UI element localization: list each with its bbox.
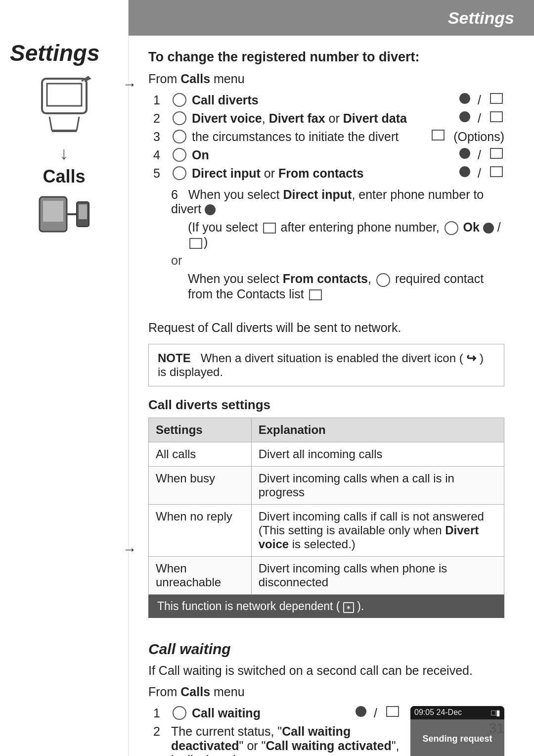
call-waiting-heading: Call waiting [148, 641, 504, 658]
note-label: NOTE [158, 351, 191, 365]
nav-icon-5 [173, 166, 186, 180]
phone-time: 09:05 24-Dec [414, 708, 462, 717]
nav-icon-6c [376, 273, 390, 287]
setting-when-unreachable: When unreachable [149, 556, 252, 594]
section-heading: To change the registered number to diver… [148, 49, 504, 65]
cw-select-1 [356, 706, 366, 717]
sidebar-calls-title: Calls [43, 166, 85, 187]
col-explanation: Explanation [251, 418, 504, 442]
menu-icon-1 [490, 93, 503, 104]
sidebar: Settings ↓ Calls [0, 0, 129, 756]
explanation-all-calls: Divert all incoming calls [251, 442, 504, 466]
svg-rect-4 [52, 130, 77, 132]
options-icon-3 [432, 130, 445, 141]
cw-step-1: 1 Call waiting / [153, 706, 400, 720]
step-6-indent: (If you select after entering phone numb… [188, 220, 504, 249]
table-row: All calls Divert all incoming calls [149, 442, 504, 466]
col-settings: Settings [149, 418, 252, 442]
nav-icon-6 [445, 221, 458, 235]
explanation-when-busy: Divert incoming calls when a call is in … [251, 466, 504, 504]
cw-steps-container: 09:05 24-Dec □▮ Sending request [148, 706, 504, 756]
cw-menu-1 [386, 706, 399, 717]
select-icon-6b [483, 223, 494, 234]
svg-rect-8 [43, 201, 63, 222]
network-bar-1: This function is network dependent ( ✶ )… [148, 595, 504, 618]
diverts-table: Settings Explanation All calls Divert al… [148, 418, 504, 595]
select-icon-6 [205, 204, 216, 215]
cw-nav-icon-1 [173, 706, 186, 720]
note-box: NOTE When a divert situation is enabled … [148, 344, 504, 386]
step-4: 4 On / [153, 148, 504, 162]
step-6-from-contacts: When you select From contacts, required … [188, 272, 504, 301]
phone-screen-top: 09:05 24-Dec □▮ [410, 706, 504, 719]
explanation-when-unreachable: Divert incoming calls when phone is disc… [251, 556, 504, 594]
sidebar-arrow-down: ↓ [60, 143, 69, 164]
sidebar-phone-icon [35, 76, 94, 136]
step-5: 5 Direct input or From contacts / [153, 166, 504, 181]
request-note: Request of Call diverts will be sent to … [148, 321, 504, 335]
cw-from-calls: From Calls menu [148, 685, 504, 699]
svg-rect-12 [79, 204, 87, 219]
select-icon-1 [459, 93, 470, 104]
back-icon-6 [263, 223, 276, 234]
nav-icon-1 [173, 93, 186, 107]
header-bar: Settings [129, 0, 534, 36]
table-row: When unreachable Divert incoming calls w… [149, 556, 504, 594]
explanation-when-no-reply: Divert incoming calls if call is not ans… [251, 504, 504, 556]
cw-step-2: 2 The current status, "Call waiting deac… [153, 724, 400, 756]
menu-icon-2 [490, 111, 503, 122]
page-number: 31 [489, 720, 504, 736]
nav-icon-3 [173, 130, 186, 143]
select-icon-5 [459, 166, 470, 177]
svg-line-3 [77, 117, 79, 131]
main-content: To change the registered number to diver… [134, 40, 519, 756]
sidebar-phone2-icon [37, 192, 91, 236]
svg-line-2 [49, 117, 52, 131]
menu-icon-4 [490, 148, 503, 159]
table-row: When busy Divert incoming calls when a c… [149, 466, 504, 504]
table-row: When no reply Divert incoming calls if c… [149, 504, 504, 556]
select-icon-2 [459, 111, 470, 122]
phone-message: Sending request [422, 734, 492, 744]
step-list: 1 Call diverts / 2 Divert voice, Divert … [153, 93, 504, 181]
setting-all-calls: All calls [149, 442, 252, 466]
sidebar-settings-title: Settings [0, 40, 99, 66]
menu-icon-5 [490, 166, 503, 177]
step-1: 1 Call diverts / [153, 93, 504, 107]
nav-icon-4 [173, 148, 186, 162]
or-1: or [171, 253, 504, 268]
list-icon-6c [309, 289, 322, 300]
menu-icon-6b [189, 238, 202, 249]
table-heading: Call diverts settings [148, 397, 504, 413]
phone-status: □▮ [491, 708, 500, 717]
network-note-text: This function is network dependent ( ✶ )… [157, 600, 364, 613]
note-text: When a divert situation is enabled the d… [158, 351, 484, 378]
setting-when-busy: When busy [149, 466, 252, 504]
svg-rect-1 [47, 84, 82, 106]
cw-description: If Call waiting is switched on a second … [148, 663, 504, 678]
step-3: 3 the circumstances to initiate the dive… [153, 130, 504, 144]
setting-when-no-reply: When no reply [149, 504, 252, 556]
nav-icon-2 [173, 111, 186, 125]
step-2: 2 Divert voice, Divert fax or Divert dat… [153, 111, 504, 126]
header-title: Settings [448, 8, 514, 28]
step-6: 6 When you select Direct input, enter ph… [171, 188, 504, 216]
select-icon-4 [459, 148, 470, 159]
from-calls-menu: From Calls menu [148, 72, 504, 86]
